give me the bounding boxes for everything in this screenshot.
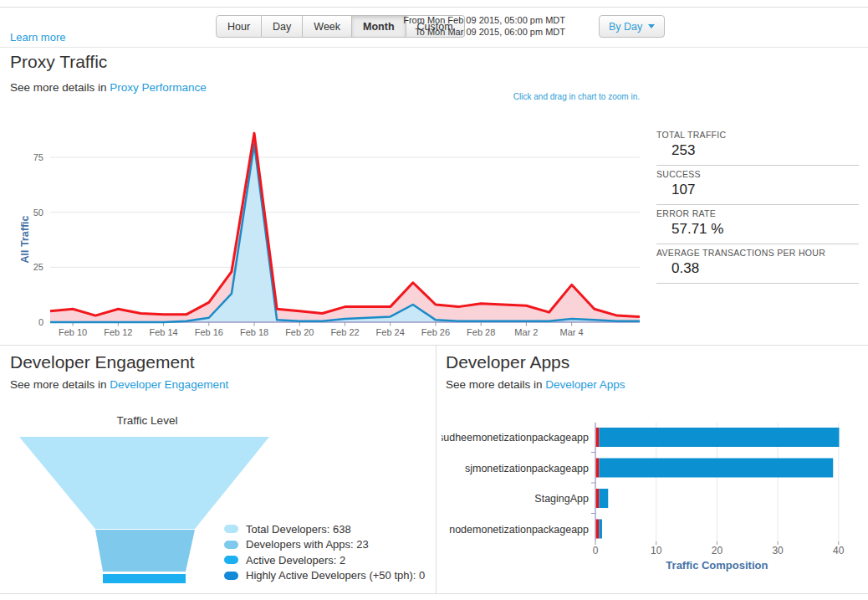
subtitle-prefix: See more details in bbox=[446, 378, 545, 391]
legend-item: Active Developers: 2 bbox=[224, 552, 425, 568]
zoom-hint-text: Click and drag in chart to zoom in. bbox=[513, 92, 640, 101]
x-tick-label: Feb 28 bbox=[467, 327, 495, 337]
legend-item: Total Developers: 638 bbox=[224, 521, 425, 537]
legend-item: Developers with Apps: 23 bbox=[224, 537, 425, 553]
x-axis-title: Traffic Composition bbox=[666, 559, 768, 572]
x-tick-label: Feb 22 bbox=[330, 327, 359, 337]
stat-row: TOTAL TRAFFIC253 bbox=[656, 126, 859, 166]
stat-value: 253 bbox=[656, 142, 859, 159]
x-tick-label: 10 bbox=[651, 545, 662, 556]
time-range-button-week[interactable]: Week bbox=[303, 15, 352, 38]
legend-swatch-icon bbox=[224, 525, 238, 533]
date-range: From Mon Feb 09 2015, 05:00 pm MDT To Mo… bbox=[385, 14, 565, 38]
success-line bbox=[50, 144, 640, 322]
category-label: sudheemonetizationpackageapp bbox=[442, 432, 589, 444]
developer-engagement-title: Developer Engagement bbox=[10, 352, 195, 372]
legend-swatch-icon bbox=[224, 572, 238, 580]
y-tick-label: 25 bbox=[33, 262, 43, 272]
group-by-label: By Day bbox=[609, 21, 642, 33]
bottom-divider bbox=[0, 593, 868, 594]
stat-row: AVERAGE TRANSACTIONS PER HOUR0.38 bbox=[656, 244, 859, 284]
stat-value: 0.38 bbox=[656, 260, 859, 277]
legend-label: Developers with Apps: 23 bbox=[246, 538, 369, 551]
legend-label: Highly Active Developers (+50 tph): 0 bbox=[246, 569, 425, 582]
legend-swatch-icon bbox=[224, 556, 238, 564]
legend-item: Highly Active Developers (+50 tph): 0 bbox=[224, 568, 425, 584]
funnel-segment-total-developers bbox=[19, 437, 269, 529]
error-bar bbox=[596, 520, 600, 539]
category-label: StagingApp bbox=[534, 493, 589, 505]
x-tick-label: Feb 26 bbox=[421, 327, 450, 337]
error-bar bbox=[596, 459, 600, 478]
category-label: sjmonetizationpackageapp bbox=[465, 463, 589, 474]
traffic-bar bbox=[599, 489, 608, 508]
developer-engagement-link[interactable]: Developer Engagement bbox=[110, 378, 228, 391]
stat-label: ERROR RATE bbox=[656, 208, 859, 218]
x-tick-label: 0 bbox=[593, 545, 599, 556]
developer-apps-link[interactable]: Developer Apps bbox=[545, 378, 625, 391]
subtitle-prefix: See more details in bbox=[10, 378, 110, 391]
group-by-dropdown[interactable]: By Day bbox=[599, 15, 665, 38]
traffic-bar bbox=[599, 459, 833, 478]
section-divider bbox=[0, 345, 868, 346]
stat-value: 57.71 % bbox=[656, 221, 859, 238]
error-bar bbox=[596, 489, 600, 508]
category-label: nodemonetizationpackageapp bbox=[449, 524, 589, 536]
x-tick-label: Feb 18 bbox=[240, 327, 268, 337]
stat-label: TOTAL TRAFFIC bbox=[656, 130, 859, 140]
traffic-area bbox=[50, 133, 640, 322]
time-range-button-hour[interactable]: Hour bbox=[216, 15, 262, 38]
developer-apps-subtitle: See more details in Developer Apps bbox=[446, 378, 625, 391]
learn-more-link[interactable]: Learn more bbox=[10, 31, 65, 44]
funnel-segment-developers-with-apps bbox=[95, 530, 195, 572]
proxy-traffic-chart[interactable]: 0255075Feb 10Feb 12Feb 14Feb 16Feb 18Feb… bbox=[15, 114, 656, 341]
x-tick-label: Mar 4 bbox=[560, 327, 584, 337]
traffic-line bbox=[50, 133, 640, 316]
subtitle-prefix: See more details in bbox=[10, 81, 110, 94]
x-tick-label: Feb 14 bbox=[149, 327, 177, 337]
y-tick-label: 0 bbox=[38, 317, 43, 327]
date-to: To Mon Mar 09 2015, 06:00 pm MDT bbox=[385, 26, 565, 38]
x-tick-label: 20 bbox=[712, 545, 723, 556]
x-tick-label: Feb 12 bbox=[104, 327, 132, 337]
traffic-stats-panel: TOTAL TRAFFIC253SUCCESS107ERROR RATE57.7… bbox=[656, 126, 859, 284]
stat-value: 107 bbox=[656, 182, 859, 198]
y-tick-label: 75 bbox=[33, 152, 43, 162]
funnel-segment-active-developers bbox=[103, 574, 186, 583]
traffic-bar bbox=[599, 428, 839, 447]
success-area bbox=[50, 144, 640, 322]
y-tick-label: 50 bbox=[33, 208, 43, 218]
time-range-button-day[interactable]: Day bbox=[262, 15, 303, 38]
developer-apps-chart[interactable]: 010203040sudheemonetizationpackageappsjm… bbox=[442, 418, 864, 577]
legend-label: Total Developers: 638 bbox=[246, 523, 351, 536]
traffic-bar bbox=[599, 520, 602, 539]
stat-row: SUCCESS107 bbox=[656, 166, 859, 205]
proxy-traffic-title: Proxy Traffic bbox=[10, 52, 107, 72]
legend-label: Active Developers: 2 bbox=[246, 554, 345, 567]
y-axis-title: All Traffic bbox=[19, 215, 31, 263]
date-from: From Mon Feb 09 2015, 05:00 pm MDT bbox=[385, 14, 565, 26]
x-tick-label: Feb 10 bbox=[59, 327, 87, 337]
funnel-title: Traffic Level bbox=[17, 414, 278, 427]
proxy-performance-link[interactable]: Proxy Performance bbox=[110, 81, 207, 94]
engagement-legend: Total Developers: 638Developers with App… bbox=[224, 521, 425, 583]
developer-engagement-subtitle: See more details in Developer Engagement bbox=[10, 378, 228, 391]
proxy-traffic-subtitle: See more details in Proxy Performance bbox=[10, 81, 207, 94]
stat-label: SUCCESS bbox=[656, 169, 859, 179]
top-divider bbox=[0, 7, 868, 8]
x-tick-label: Feb 16 bbox=[195, 327, 223, 337]
x-tick-label: Feb 24 bbox=[376, 327, 405, 337]
x-tick-label: Mar 2 bbox=[514, 327, 538, 337]
chevron-down-icon bbox=[648, 24, 655, 28]
error-bar bbox=[596, 428, 600, 447]
legend-swatch-icon bbox=[224, 541, 238, 549]
x-tick-label: Feb 20 bbox=[285, 327, 314, 337]
stat-row: ERROR RATE57.71 % bbox=[656, 205, 859, 244]
header-divider bbox=[0, 47, 868, 48]
x-tick-label: 30 bbox=[772, 545, 784, 556]
developer-apps-title: Developer Apps bbox=[446, 352, 569, 372]
x-tick-label: 40 bbox=[833, 545, 845, 556]
vertical-divider bbox=[436, 346, 437, 593]
stat-label: AVERAGE TRANSACTIONS PER HOUR bbox=[656, 248, 859, 258]
analytics-dashboard: { "colors": { "link_blue": "#1e9bdb", "a… bbox=[0, 0, 868, 600]
